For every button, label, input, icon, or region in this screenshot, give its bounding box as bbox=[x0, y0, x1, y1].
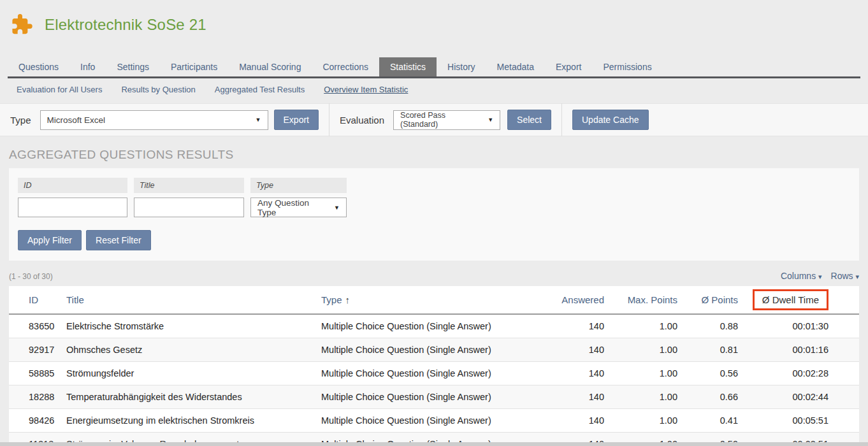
cell-question-type: Multiple Choice Question (Single Answer) bbox=[316, 362, 546, 385]
subtab-evaluation-for-all-users[interactable]: Evaluation for All Users bbox=[17, 85, 102, 94]
tab-questions[interactable]: Questions bbox=[8, 57, 69, 76]
column-header-type-label: Type bbox=[321, 294, 342, 305]
cell-max-points: 1.00 bbox=[609, 362, 683, 385]
dwell-time-highlight-box: Ø Dwell Time bbox=[753, 289, 828, 310]
table-row[interactable]: 98426 Energieumsetzung im elektrischen S… bbox=[9, 409, 859, 433]
chevron-down-icon: ▼ bbox=[488, 117, 493, 123]
tab-metadata[interactable]: Metadata bbox=[486, 57, 545, 76]
export-toolbar: Type Microsoft Excel ▼ Export Evaluation… bbox=[0, 103, 868, 136]
column-header-avg-points[interactable]: Ø Points bbox=[683, 286, 743, 314]
export-button[interactable]: Export bbox=[274, 110, 319, 130]
cell-question-id: 83650 bbox=[9, 314, 61, 338]
table-row[interactable]: 83650 Elektrische Stromstärke Multiple C… bbox=[9, 314, 859, 338]
column-header-dwell-time[interactable]: Ø Dwell Time bbox=[743, 286, 859, 314]
cell-question-title: Elektrische Stromstärke bbox=[61, 314, 316, 338]
cell-question-title: Energieumsetzung im elektrischen Stromkr… bbox=[61, 409, 316, 433]
cell-max-points: 1.00 bbox=[609, 314, 683, 338]
sub-tab-bar: Evaluation for All Users Results by Ques… bbox=[0, 78, 868, 102]
subtab-overview-item-statistic[interactable]: Overview Item Statistic bbox=[324, 85, 408, 94]
cell-question-id: 98426 bbox=[9, 409, 61, 433]
tab-participants[interactable]: Participants bbox=[160, 57, 228, 76]
cell-question-id: 58885 bbox=[9, 362, 61, 385]
cell-dwell-time: 00:02:44 bbox=[743, 385, 859, 409]
subtab-aggregated-test-results[interactable]: Aggregated Test Results bbox=[215, 85, 305, 94]
chevron-down-icon: ▾ bbox=[818, 273, 822, 280]
filter-type-label: Type bbox=[250, 178, 347, 193]
cell-question-type: Multiple Choice Question (Single Answer) bbox=[316, 409, 546, 433]
select-evaluation-button[interactable]: Select bbox=[507, 110, 551, 130]
cell-max-points: 1.00 bbox=[609, 385, 683, 409]
reset-filter-button[interactable]: Reset Filter bbox=[86, 230, 151, 250]
cell-answered: 140 bbox=[546, 314, 609, 338]
cell-dwell-time: 00:01:16 bbox=[743, 338, 859, 362]
column-header-answered[interactable]: Answered bbox=[546, 286, 609, 314]
column-header-id[interactable]: ID bbox=[9, 286, 61, 314]
filter-field-type: Type Any Question Type ▼ bbox=[250, 178, 347, 217]
chevron-down-icon: ▾ bbox=[855, 273, 859, 280]
update-cache-button[interactable]: Update Cache bbox=[572, 110, 649, 130]
evaluation-label: Evaluation bbox=[340, 115, 384, 126]
cell-dwell-time: 00:05:51 bbox=[743, 409, 859, 433]
filter-field-id: ID bbox=[18, 178, 127, 217]
cell-question-id: 92917 bbox=[9, 338, 61, 362]
filter-id-input[interactable] bbox=[18, 198, 127, 217]
tab-settings[interactable]: Settings bbox=[106, 57, 160, 76]
type-label: Type bbox=[10, 115, 31, 126]
table-row[interactable]: 58885 Strömungsfelder Multiple Choice Qu… bbox=[9, 362, 859, 385]
filter-panel: ID Title Type Any Question Type ▼ Apply … bbox=[9, 168, 859, 261]
section-heading: AGGREGATED QUESTIONS RESULTS bbox=[9, 148, 859, 162]
cell-question-id: 18288 bbox=[9, 385, 61, 409]
filter-id-label: ID bbox=[18, 178, 127, 193]
column-header-type[interactable]: Type↑ bbox=[316, 286, 546, 314]
filter-type-selected-value: Any Question Type bbox=[257, 198, 328, 217]
app-header: Elektrotechnik SoSe 21 bbox=[0, 0, 868, 40]
cell-answered: 140 bbox=[546, 338, 609, 362]
main-tab-bar: Questions Info Settings Participants Man… bbox=[8, 57, 860, 78]
cell-question-title: Ohmsches Gesetz bbox=[61, 338, 316, 362]
subtab-results-by-question[interactable]: Results by Question bbox=[121, 85, 195, 94]
tab-info[interactable]: Info bbox=[69, 57, 106, 76]
column-header-max-points[interactable]: Max. Points bbox=[609, 286, 683, 314]
export-type-select[interactable]: Microsoft Excel ▼ bbox=[40, 110, 268, 130]
cell-question-title: Strömungsfelder bbox=[61, 362, 316, 385]
cell-question-title: Temperaturabhängigkeit des Widerstandes bbox=[61, 385, 316, 409]
filter-title-input[interactable] bbox=[134, 198, 244, 217]
cell-max-points: 1.00 bbox=[609, 409, 683, 433]
cell-question-type: Multiple Choice Question (Single Answer) bbox=[316, 314, 546, 338]
cell-answered: 140 bbox=[546, 362, 609, 385]
chevron-down-icon: ▼ bbox=[256, 117, 261, 123]
table-row[interactable]: 92917 Ohmsches Gesetz Multiple Choice Qu… bbox=[9, 338, 859, 362]
evaluation-select[interactable]: Scored Pass (Standard) ▼ bbox=[393, 110, 500, 130]
table-controls: (1 - 30 of 30) Columns ▾ Rows ▾ bbox=[9, 271, 859, 281]
column-header-title[interactable]: Title bbox=[61, 286, 316, 314]
filter-type-select[interactable]: Any Question Type ▼ bbox=[250, 198, 347, 217]
toolbar-divider bbox=[561, 103, 562, 136]
tab-permissions[interactable]: Permissions bbox=[592, 57, 662, 76]
cell-avg-points: 0.66 bbox=[683, 385, 743, 409]
cell-answered: 140 bbox=[546, 385, 609, 409]
tab-manual-scoring[interactable]: Manual Scoring bbox=[228, 57, 312, 76]
table-body: 83650 Elektrische Stromstärke Multiple C… bbox=[9, 314, 859, 446]
filter-field-title: Title bbox=[134, 178, 244, 217]
tab-export[interactable]: Export bbox=[545, 57, 592, 76]
horizontal-scrollbar[interactable] bbox=[0, 442, 868, 446]
tab-history[interactable]: History bbox=[437, 57, 486, 76]
toolbar-divider bbox=[329, 103, 329, 136]
test-puzzle-icon bbox=[11, 14, 33, 36]
columns-dropdown[interactable]: Columns ▾ bbox=[781, 271, 822, 281]
rows-dropdown[interactable]: Rows ▾ bbox=[831, 271, 859, 281]
table-row[interactable]: 18288 Temperaturabhängigkeit des Widerst… bbox=[9, 385, 859, 409]
sort-ascending-icon: ↑ bbox=[345, 294, 351, 305]
filter-title-label: Title bbox=[134, 178, 244, 193]
cell-avg-points: 0.81 bbox=[683, 338, 743, 362]
table-header-row: ID Title Type↑ Answered Max. Points Ø Po… bbox=[9, 286, 859, 314]
cell-question-type: Multiple Choice Question (Single Answer) bbox=[316, 338, 546, 362]
tab-statistics[interactable]: Statistics bbox=[379, 57, 437, 76]
cell-max-points: 1.00 bbox=[609, 338, 683, 362]
tab-corrections[interactable]: Corrections bbox=[312, 57, 379, 76]
page-title: Elektrotechnik SoSe 21 bbox=[45, 16, 206, 34]
columns-dropdown-label: Columns bbox=[781, 271, 816, 281]
cell-dwell-time: 00:01:30 bbox=[743, 314, 859, 338]
evaluation-selected-value: Scored Pass (Standard) bbox=[400, 111, 481, 129]
apply-filter-button[interactable]: Apply Filter bbox=[18, 230, 82, 250]
